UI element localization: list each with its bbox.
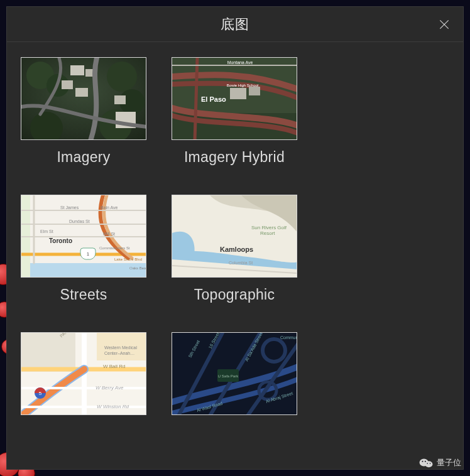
wechat-icon <box>419 456 433 470</box>
svg-rect-16 <box>230 88 246 99</box>
svg-text:1: 1 <box>87 252 89 256</box>
thumb-imagery <box>21 57 146 140</box>
svg-text:Elm St: Elm St <box>40 229 53 234</box>
basemap-tile-streets[interactable]: 1 St James Bain Ave Dundas St Elm St Mil… <box>21 195 146 303</box>
tile-label: Topographic <box>172 286 297 303</box>
svg-point-62 <box>430 463 431 464</box>
close-icon <box>438 18 451 31</box>
svg-text:Commun…: Commun… <box>280 335 297 340</box>
panel-body[interactable]: Imagery <box>7 42 463 469</box>
svg-text:El Paso: El Paso <box>201 95 226 103</box>
svg-text:St James: St James <box>60 205 79 210</box>
svg-text:5: 5 <box>39 391 42 396</box>
tile-label: Imagery <box>21 149 146 166</box>
watermark-text: 量子位 <box>437 457 461 468</box>
thumb-navigation-dark: 5th Street 16 Street Al Sa'Ada Street Al… <box>172 332 297 415</box>
svg-rect-38 <box>21 333 75 372</box>
tile-label: Imagery Hybrid <box>172 149 297 166</box>
svg-rect-8 <box>70 65 84 75</box>
svg-rect-22 <box>21 263 146 278</box>
svg-text:Commissioners St: Commissioners St <box>99 246 130 250</box>
svg-point-59 <box>422 461 424 462</box>
svg-point-60 <box>425 461 426 462</box>
basemap-grid: Imagery <box>21 57 449 424</box>
close-button[interactable] <box>434 14 454 35</box>
svg-point-61 <box>427 463 428 464</box>
basemap-tile-imagery-hybrid[interactable]: Montana Ave Bowie High School El Paso Im… <box>172 57 297 166</box>
svg-rect-10 <box>62 80 73 89</box>
svg-text:Bain Ave: Bain Ave <box>101 205 118 210</box>
svg-text:Mill St: Mill St <box>103 232 115 236</box>
thumb-imagery-hybrid: Montana Ave Bowie High School El Paso <box>172 57 297 140</box>
svg-text:W Berry Ave: W Berry Ave <box>96 385 124 391</box>
panel-header: 底图 <box>7 7 463 42</box>
svg-text:W Ball Rd: W Ball Rd <box>103 364 126 369</box>
svg-text:Toronto: Toronto <box>49 237 72 244</box>
svg-point-58 <box>425 461 432 467</box>
thumb-navigation: 5 PAID Western MedicalCenter–Anah… W Bal… <box>21 332 146 415</box>
svg-text:Dundas St: Dundas St <box>69 219 90 224</box>
tile-label: Streets <box>21 286 146 303</box>
svg-text:Kamloops: Kamloops <box>220 246 253 253</box>
watermark: 量子位 <box>419 456 461 470</box>
basemap-tile-topographic[interactable]: Sun Rivers GolfResort Kamloops Columbia … <box>172 195 297 303</box>
svg-rect-11 <box>75 88 88 97</box>
basemap-panel: 底图 <box>6 6 464 470</box>
svg-text:Oaks Beach: Oaks Beach <box>129 266 146 270</box>
svg-rect-13 <box>114 95 126 104</box>
basemap-tile-navigation-dark[interactable]: 5th Street 16 Street Al Sa'Ada Street Al… <box>172 332 297 424</box>
svg-text:Columbia St: Columbia St <box>229 261 253 265</box>
panel-title: 底图 <box>221 15 249 34</box>
svg-point-4 <box>107 62 137 92</box>
svg-text:Lake Shore Blvd: Lake Shore Blvd <box>114 257 142 261</box>
svg-text:U Safa Park: U Safa Park <box>218 374 239 378</box>
svg-text:Bowie High School: Bowie High School <box>227 84 258 87</box>
basemap-tile-navigation[interactable]: 5 PAID Western MedicalCenter–Anah… W Bal… <box>21 332 146 424</box>
svg-rect-17 <box>249 87 260 95</box>
svg-text:W Winston Rd: W Winston Rd <box>97 404 129 409</box>
svg-text:Montana Ave: Montana Ave <box>227 60 253 65</box>
thumb-topographic: Sun Rivers GolfResort Kamloops Columbia … <box>172 195 297 278</box>
thumb-streets: 1 St James Bain Ave Dundas St Elm St Mil… <box>21 195 146 278</box>
basemap-tile-imagery[interactable]: Imagery <box>21 57 146 166</box>
